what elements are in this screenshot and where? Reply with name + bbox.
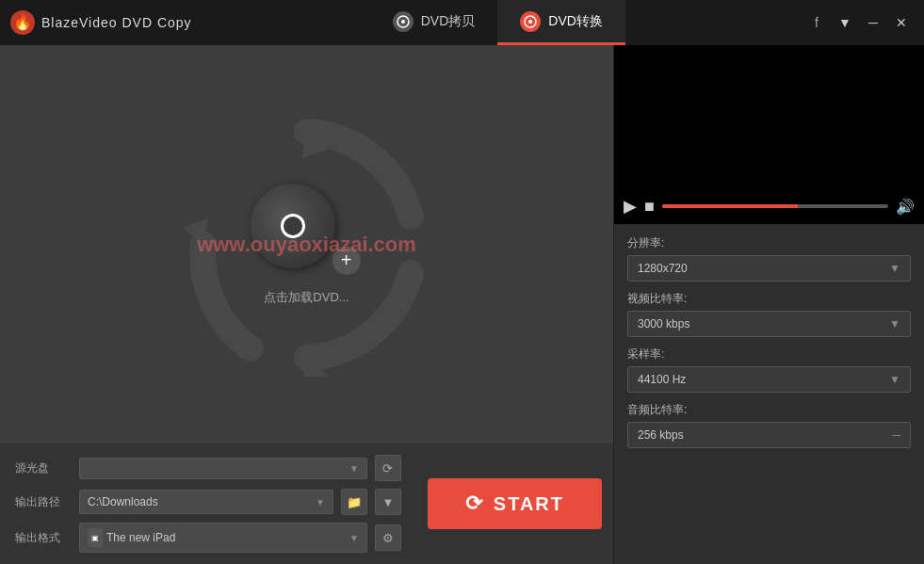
dvd-discs: + [251, 184, 364, 278]
start-btn-area: ⟳ START [416, 443, 613, 564]
svg-point-5 [528, 20, 532, 24]
video-progress-bar[interactable] [662, 204, 888, 208]
stop-button[interactable]: ■ [644, 197, 655, 217]
sample-rate-label: 采样率: [627, 346, 911, 363]
tab-convert-icon [520, 11, 541, 32]
audio-bitrate-setting: 音频比特率: 256 kbps ─ [627, 402, 911, 448]
output-format-select[interactable]: ▣ The new iPad ▼ [79, 523, 367, 553]
right-panel: ▶ ■ 🔊 分辨率: 1280x720 ▼ 视频比特率: [613, 45, 924, 564]
tabs-area: DVD拷贝 DVD转换 [192, 0, 803, 45]
tab-copy-label: DVD拷贝 [421, 13, 476, 30]
app-title: BlazeVideo DVD Copy [41, 15, 192, 30]
controls-area: 源光盘 ▼ ⟳ 输出路径 C:\Downloads ▼ 📁 ▼ [0, 443, 613, 564]
resolution-arrow-icon: ▼ [889, 262, 900, 275]
output-path-select[interactable]: C:\Downloads ▼ [79, 490, 333, 514]
facebook-icon[interactable]: f [803, 9, 830, 36]
audio-bitrate-select[interactable]: 256 kbps ─ [627, 422, 911, 448]
browse-folder-button[interactable]: 📁 [341, 489, 367, 515]
sample-rate-setting: 采样率: 44100 Hz ▼ [627, 346, 911, 393]
start-button[interactable]: ⟳ START [428, 478, 602, 529]
video-progress-fill [662, 204, 798, 208]
dvd-disc-main [251, 184, 335, 268]
resolution-setting: 分辨率: 1280x720 ▼ [627, 235, 911, 282]
video-bitrate-value: 3000 kbps [638, 317, 689, 330]
volume-icon[interactable]: 🔊 [896, 198, 915, 216]
format-settings-button[interactable]: ⚙ [375, 524, 401, 551]
dropdown-button[interactable]: ▼ [832, 9, 858, 36]
left-panel: + 点击加载DVD... www.ouyaoxiazai.com 源光盘 ▼ ⟳ [0, 45, 613, 564]
video-preview: ▶ ■ 🔊 [614, 45, 924, 224]
video-bitrate-select[interactable]: 3000 kbps ▼ [627, 311, 911, 337]
title-bar: 🔥 BlazeVideo DVD Copy DVD拷贝 [0, 0, 924, 45]
output-format-value: ▣ The new iPad [88, 528, 175, 547]
dvd-icon-container: + 点击加载DVD... [251, 184, 364, 306]
dvd-drop-area[interactable]: + 点击加载DVD... www.ouyaoxiazai.com [0, 45, 613, 443]
svg-point-3 [401, 20, 405, 24]
start-label: START [494, 493, 564, 515]
video-controls: ▶ ■ 🔊 [614, 188, 924, 224]
sample-rate-arrow-icon: ▼ [889, 373, 900, 386]
output-settings-button[interactable]: ▼ [375, 489, 401, 515]
format-arrow-icon: ▼ [349, 533, 359, 543]
output-format-row: 输出格式 ▣ The new iPad ▼ ⚙ [15, 523, 401, 553]
tab-copy-icon [393, 11, 413, 32]
play-button[interactable]: ▶ [624, 196, 637, 217]
form-controls: 源光盘 ▼ ⟳ 输出路径 C:\Downloads ▼ 📁 ▼ [0, 443, 416, 564]
tab-dvd-convert[interactable]: DVD转换 [497, 0, 625, 45]
source-select-arrow-icon: ▼ [349, 463, 359, 474]
minimize-button[interactable]: ─ [860, 9, 886, 36]
video-bitrate-setting: 视频比特率: 3000 kbps ▼ [627, 291, 911, 337]
svg-text:🔥: 🔥 [13, 13, 32, 31]
video-bitrate-label: 视频比特率: [627, 291, 911, 307]
main-content: + 点击加载DVD... www.ouyaoxiazai.com 源光盘 ▼ ⟳ [0, 45, 924, 564]
sample-rate-value: 44100 Hz [638, 373, 686, 386]
logo-area: 🔥 BlazeVideo DVD Copy [9, 9, 192, 36]
settings-panel: 分辨率: 1280x720 ▼ 视频比特率: 3000 kbps ▼ 采样率: … [614, 224, 924, 564]
tab-dvd-copy[interactable]: DVD拷贝 [370, 0, 498, 45]
dvd-add-button[interactable]: + [330, 244, 364, 278]
resolution-value: 1280x720 [638, 262, 688, 275]
output-path-row: 输出路径 C:\Downloads ▼ 📁 ▼ [15, 489, 401, 515]
output-path-arrow-icon: ▼ [316, 497, 325, 508]
audio-bitrate-value: 256 kbps [638, 428, 684, 442]
video-bitrate-arrow-icon: ▼ [889, 317, 900, 330]
sample-rate-select[interactable]: 44100 Hz ▼ [627, 366, 911, 393]
dvd-prompt-label: 点击加载DVD... [264, 289, 349, 306]
output-format-label: 输出格式 [15, 530, 72, 546]
ipad-icon: ▣ [88, 528, 103, 547]
output-path-value: C:\Downloads [88, 495, 158, 508]
resolution-label: 分辨率: [627, 235, 911, 251]
window-controls: f ▼ ─ ✕ [803, 9, 915, 36]
output-path-label: 输出路径 [15, 494, 72, 510]
source-refresh-button[interactable]: ⟳ [375, 455, 401, 481]
tab-convert-label: DVD转换 [548, 13, 603, 30]
audio-bitrate-label: 音频比特率: [627, 402, 911, 418]
close-button[interactable]: ✕ [888, 9, 915, 36]
resolution-select[interactable]: 1280x720 ▼ [627, 255, 911, 282]
start-icon: ⟳ [465, 491, 484, 516]
logo-icon: 🔥 [9, 9, 36, 36]
source-row: 源光盘 ▼ ⟳ [15, 455, 401, 481]
source-label: 源光盘 [15, 460, 72, 476]
source-select[interactable]: ▼ [79, 458, 367, 479]
audio-bitrate-arrow-icon: ─ [892, 428, 900, 442]
